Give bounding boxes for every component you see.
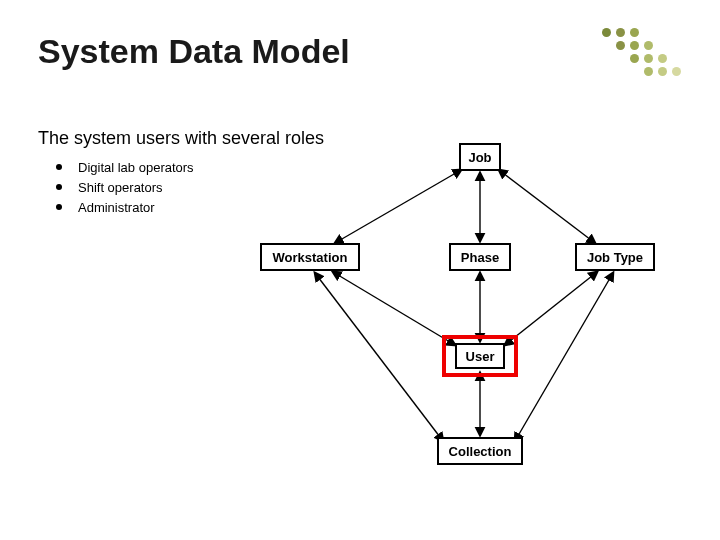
dot-icon [644, 41, 653, 50]
bullet-item: Digital lab operators [56, 158, 194, 178]
bullet-item: Shift operators [56, 178, 194, 198]
svg-line-0 [335, 170, 461, 243]
node-phase: Phase [449, 243, 511, 271]
dot-icon [616, 41, 625, 50]
dot-icon [630, 41, 639, 50]
bullet-item: Administrator [56, 198, 194, 218]
node-job: Job [459, 143, 501, 171]
dot-icon [630, 28, 639, 37]
dot-icon [630, 54, 639, 63]
svg-line-2 [499, 170, 595, 243]
svg-line-6 [315, 273, 443, 441]
data-model-diagram: Job Workstation Phase Job Type User Coll… [215, 125, 675, 495]
dot-icon [616, 28, 625, 37]
svg-line-3 [333, 272, 455, 345]
svg-line-5 [505, 272, 597, 345]
dot-icon [658, 54, 667, 63]
node-user: User [455, 343, 505, 369]
dot-icon [602, 28, 611, 37]
page-title: System Data Model [38, 32, 350, 71]
corner-dots-decoration [602, 28, 702, 88]
dot-icon [644, 54, 653, 63]
dot-icon [644, 67, 653, 76]
dot-icon [672, 67, 681, 76]
node-workstation: Workstation [260, 243, 360, 271]
slide: System Data Model The system users with … [0, 0, 720, 540]
node-collection: Collection [437, 437, 523, 465]
bullet-list: Digital lab operators Shift operators Ad… [56, 158, 194, 218]
dot-icon [658, 67, 667, 76]
node-jobtype: Job Type [575, 243, 655, 271]
